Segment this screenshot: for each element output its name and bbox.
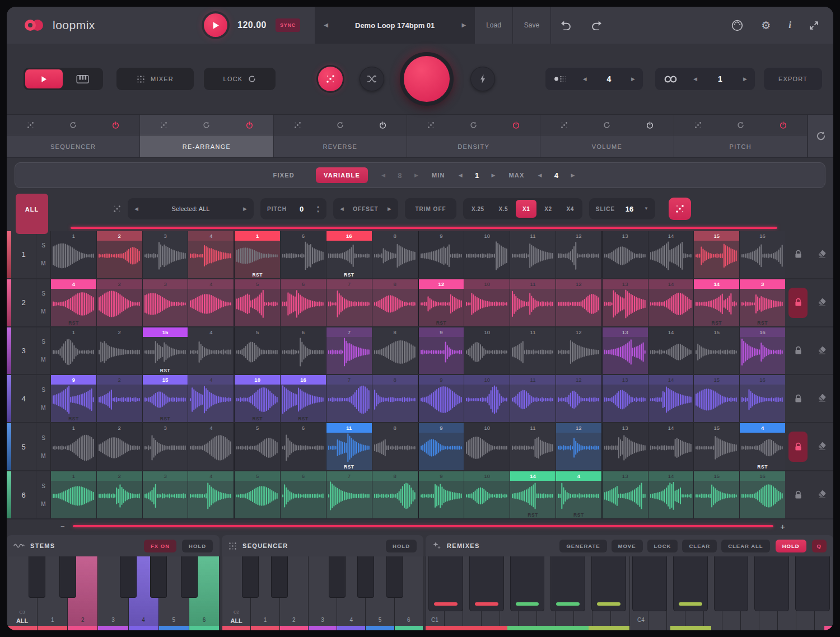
slice-cell[interactable]: 11 [510,231,556,278]
offset-prev-icon[interactable]: ◀ [340,207,344,212]
slice-cell[interactable]: 14 [648,231,694,278]
pattern-icon[interactable] [561,121,568,129]
zoom-in-button[interactable]: + [780,522,785,531]
selected-prev-icon[interactable]: ◀ [134,207,138,212]
slice-cell[interactable]: 6 [280,471,326,518]
sync-button[interactable]: SYNC [276,18,300,32]
load-button[interactable]: Load [475,7,512,44]
preset-next-icon[interactable]: ▶ [461,22,466,28]
remix-clear-all-button[interactable]: CLEAR ALL [721,540,769,552]
power-icon[interactable] [112,121,119,129]
slice-cell[interactable]: 16 [739,231,785,278]
export-button[interactable]: EXPORT [764,68,822,90]
pattern-icon[interactable] [294,121,301,129]
remix-slot-key[interactable] [754,556,789,611]
mute-button[interactable]: M [41,357,45,363]
slice-cell[interactable]: 3 [142,423,188,470]
preset-prev-icon[interactable]: ◀ [324,22,328,28]
slice-cell[interactable]: 13 [601,471,648,518]
remix-slot-key[interactable] [469,556,504,611]
black-key[interactable] [357,556,374,598]
complexity-down-icon[interactable]: ◀ [583,77,587,82]
solo-button[interactable]: S [41,483,45,489]
slice-cell[interactable]: 5 [234,279,280,326]
slice-cell[interactable]: 8 [372,471,418,518]
black-key[interactable] [242,556,259,598]
complexity-up-icon[interactable]: ▶ [631,77,635,82]
remix-slot-key[interactable] [510,556,545,611]
refresh-icon[interactable] [337,121,344,129]
slice-cell[interactable]: 6 [280,423,326,470]
module-tab-sequencer[interactable]: SEQUENCER [7,115,140,157]
select-all-tracks-button[interactable]: ALL [16,194,48,234]
rate-button-x4[interactable]: X4 [560,200,581,218]
track-eraser-button[interactable] [818,442,827,452]
slice-cell[interactable]: 2 [96,231,142,278]
refresh-icon[interactable] [69,121,77,129]
save-button[interactable]: Save [513,7,550,44]
slice-cell[interactable]: 15RST [142,327,188,374]
remix-generate-button[interactable]: GENERATE [559,540,606,552]
mixer-button[interactable]: MIXER [116,68,194,90]
mute-button[interactable]: M [41,405,45,411]
slice-cell[interactable]: 3RST [739,279,785,326]
slice-cell[interactable]: 16RST [326,231,372,278]
track-lock-button[interactable] [788,336,808,366]
slice-cell[interactable]: 4 [188,375,234,422]
slice-cell[interactable]: 10 [464,471,510,518]
track-lock-button[interactable] [788,240,808,270]
slice-cell[interactable]: 9 [418,231,464,278]
track-lock-button[interactable] [788,432,808,462]
slice-cell[interactable]: 2 [96,423,142,470]
solo-button[interactable]: S [41,387,45,393]
pitch-step-down-icon[interactable]: ▼ [316,210,320,213]
black-key[interactable] [386,556,403,598]
power-icon[interactable] [246,121,253,129]
steps-down-icon[interactable]: ◀ [381,173,385,178]
slice-cell[interactable]: 7 [326,471,372,518]
remix-hold-button[interactable]: HOLD [776,540,806,552]
modules-refresh-button[interactable] [808,115,833,157]
quantize-button[interactable]: Q [812,540,827,552]
slice-cell[interactable]: 14 [648,375,694,422]
undo-button[interactable] [551,7,581,44]
slice-cell[interactable]: 8 [372,327,418,374]
power-icon[interactable] [379,121,386,129]
slice-cell[interactable]: 13 [601,327,648,374]
slice-cell[interactable]: 14RST [693,279,739,326]
refresh-icon[interactable] [470,121,477,129]
slice-cell[interactable]: 6 [280,279,326,326]
stems-hold-button[interactable]: HOLD [182,540,213,552]
power-icon[interactable] [512,121,520,129]
slice-cell[interactable]: 9 [418,423,464,470]
slice-cell[interactable]: 1 [51,471,96,518]
remix-slot-key[interactable] [795,556,830,611]
black-key[interactable] [150,556,167,598]
dice-button[interactable] [318,67,343,91]
variable-button[interactable]: VARIABLE [316,167,368,183]
mute-button[interactable]: M [41,308,45,315]
slice-cell[interactable]: 13 [601,231,648,278]
slice-cell[interactable]: 7 [326,327,372,374]
track-eraser-button[interactable] [818,394,827,404]
slice-cell[interactable]: 4 [188,279,234,326]
slice-cell[interactable]: 5 [234,423,280,470]
slice-cell[interactable]: 11 [510,423,556,470]
slice-cell[interactable]: 5 [234,327,280,374]
remix-slot-key[interactable] [550,556,585,611]
play-button[interactable] [204,13,227,37]
slice-cell[interactable]: 12RST [418,279,464,326]
slice-cell[interactable]: 16RST [280,375,326,422]
loop-up-icon[interactable]: ▶ [743,77,747,82]
black-key[interactable] [29,556,45,598]
black-key[interactable] [329,556,346,598]
power-icon[interactable] [646,121,654,129]
slice-cell[interactable]: 8 [372,231,418,278]
max-down-icon[interactable]: ◀ [538,173,542,178]
remix-lock-button[interactable]: LOCK [647,540,678,552]
module-tab-reverse[interactable]: REVERSE [274,115,407,157]
slice-cell[interactable]: 8 [372,375,418,422]
shuffle-button[interactable] [360,67,384,91]
resize-icon[interactable] [800,7,828,44]
slice-cell[interactable]: 14 [648,327,694,374]
